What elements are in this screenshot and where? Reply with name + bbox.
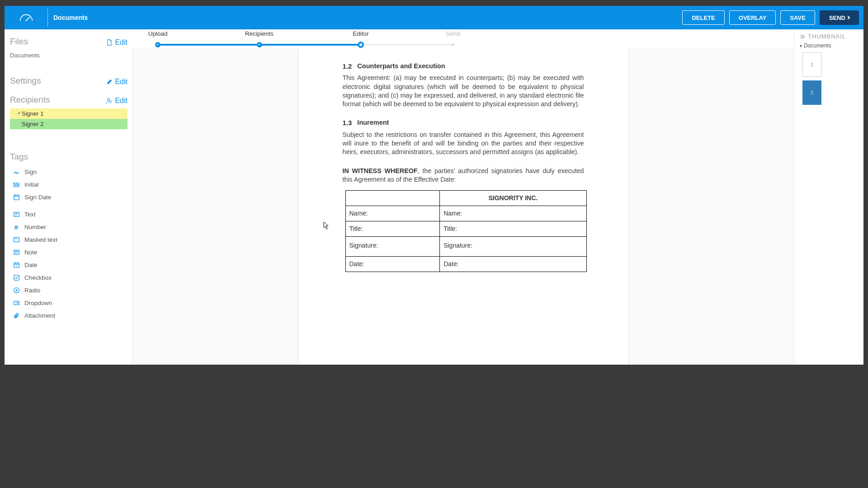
- header-bar: Documents DELETE OVERLAY SAVE SEND: [5, 6, 863, 29]
- tags-title: Tags: [10, 152, 28, 162]
- progress-dot: [257, 42, 262, 47]
- file-item[interactable]: Documents: [10, 50, 127, 67]
- progress-step-send[interactable]: Send: [446, 30, 460, 37]
- tag-note[interactable]: Note: [10, 246, 127, 258]
- main-split: Files Edit Documents Settings Edit: [5, 29, 863, 365]
- tag-dropdown[interactable]: Dropdown: [10, 296, 127, 309]
- progress-dot: [452, 43, 454, 46]
- dropdown-icon: [13, 299, 20, 306]
- double-chevron-icon: [800, 34, 805, 39]
- tag-label: Checkbox: [24, 274, 52, 281]
- check-icon: ✓: [17, 110, 21, 116]
- save-button[interactable]: SAVE: [780, 10, 815, 25]
- tag-attachment[interactable]: Attachment: [10, 309, 127, 322]
- clause-num: 1.2: [343, 62, 352, 71]
- progress-dot: [358, 42, 364, 48]
- clause-body: Subject to the restrictions on transfer …: [343, 131, 584, 157]
- tag-label: Radio: [24, 287, 40, 294]
- tag-label: Sign: [24, 169, 37, 175]
- clause-1-3: 1.3 Inurement Subject to the restriction…: [343, 118, 584, 156]
- settings-section: Settings Edit: [10, 76, 127, 86]
- tag-label: Attachment: [24, 312, 55, 319]
- tags-section: Tags SignSNInitialSign DateText#Number**…: [10, 152, 127, 322]
- svg-point-22: [15, 289, 17, 291]
- progress-bar: UploadRecipientsEditorSend: [132, 29, 794, 48]
- tag-number[interactable]: #Number: [10, 221, 127, 233]
- date-icon: 1: [13, 261, 20, 268]
- left-panel: Files Edit Documents Settings Edit: [5, 29, 132, 365]
- table-cell-date-left: Date:: [345, 256, 440, 272]
- table-cell-date-right: Date:: [440, 256, 586, 272]
- thumbnail-doc-label[interactable]: Documents: [800, 42, 858, 49]
- svg-text:**: **: [14, 238, 17, 241]
- radio-icon: [13, 286, 20, 294]
- clause-title: Counterparts and Execution: [357, 62, 445, 71]
- settings-edit-link[interactable]: Edit: [106, 78, 127, 86]
- recipient-signer-2[interactable]: Signer 2: [10, 119, 127, 129]
- file-icon: [106, 39, 113, 46]
- app-window: Documents DELETE OVERLAY SAVE SEND Files…: [5, 6, 863, 365]
- thumbnail-page-1[interactable]: 1: [802, 52, 821, 77]
- progress-dot: [155, 42, 160, 47]
- document-page: 1.2 Counterparts and Execution This Agre…: [298, 48, 628, 365]
- tags-list: SignSNInitialSign DateText#Number**Maske…: [10, 165, 127, 322]
- tag-signdate[interactable]: Sign Date: [10, 191, 127, 203]
- gauge-icon: [19, 13, 34, 22]
- number-icon: #: [13, 223, 20, 230]
- text-icon: [13, 211, 20, 218]
- document-canvas[interactable]: 1.2 Counterparts and Execution This Agre…: [132, 48, 794, 365]
- tag-label: Masked text: [24, 236, 57, 243]
- center-panel: UploadRecipientsEditorSend 1.2 Counterpa…: [132, 29, 794, 365]
- table-head-company: SIGNORITY INC.: [440, 191, 586, 206]
- sign-icon: [13, 168, 20, 175]
- clause-1-2: 1.2 Counterparts and Execution This Agre…: [343, 62, 584, 108]
- svg-line-0: [26, 17, 30, 20]
- tag-label: Sign Date: [24, 194, 51, 201]
- table-cell-name-left: Name:: [345, 206, 440, 221]
- svg-point-1: [25, 20, 27, 21]
- recipients-edit-link[interactable]: Edit: [106, 97, 127, 105]
- tag-text[interactable]: Text: [10, 208, 127, 221]
- tag-date[interactable]: 1Date: [10, 258, 127, 271]
- app-logo[interactable]: [5, 6, 47, 29]
- pencil-icon: [106, 79, 113, 85]
- person-icon: [106, 98, 113, 104]
- progress-step-upload[interactable]: Upload: [148, 30, 168, 37]
- signdate-icon: [13, 193, 20, 201]
- delete-button[interactable]: DELETE: [682, 10, 724, 25]
- svg-rect-7: [14, 212, 19, 216]
- tag-masked[interactable]: **Masked text: [10, 233, 127, 246]
- recipients-title: Recipients: [10, 95, 50, 105]
- table-cell-name-right: Name:: [440, 206, 586, 221]
- note-icon: [13, 249, 20, 256]
- table-cell-title-right: Title:: [440, 221, 586, 236]
- settings-title: Settings: [10, 76, 41, 86]
- thumbnail-page-2[interactable]: 2: [802, 80, 821, 105]
- tag-label: Number: [24, 224, 46, 230]
- header-buttons: DELETE OVERLAY SAVE SEND: [682, 10, 859, 25]
- signature-table: SIGNORITY INC. Name: Name: Title: Title:…: [345, 190, 587, 272]
- chevron-right-icon: [846, 16, 850, 19]
- tag-initial[interactable]: SNInitial: [10, 178, 127, 191]
- tag-label: Date: [24, 262, 38, 268]
- thumbnail-title[interactable]: THUMBNAIL: [800, 33, 858, 40]
- tag-sign[interactable]: Sign: [10, 165, 127, 178]
- recipient-signer-1[interactable]: ✓ Signer 1: [10, 108, 127, 119]
- tag-label: Text: [24, 211, 36, 218]
- files-edit-link[interactable]: Edit: [106, 38, 127, 47]
- progress-step-recipients[interactable]: Recipients: [245, 30, 274, 37]
- clause-num: 1.3: [343, 118, 352, 127]
- thumbnail-panel: THUMBNAIL Documents 12: [794, 29, 863, 365]
- masked-icon: **: [13, 236, 20, 243]
- initial-icon: SN: [13, 181, 20, 188]
- files-title: Files: [10, 37, 28, 47]
- overlay-button[interactable]: OVERLAY: [729, 10, 776, 25]
- svg-text:1: 1: [15, 264, 17, 267]
- send-button[interactable]: SEND: [820, 10, 859, 25]
- progress-step-editor[interactable]: Editor: [353, 30, 368, 37]
- clause-body: This Agreement: (a) may be executed in c…: [343, 74, 584, 108]
- svg-rect-23: [14, 301, 19, 305]
- tag-radio[interactable]: Radio: [10, 284, 127, 296]
- witness-paragraph: IN WITNESS WHEREOF, the parties' authori…: [343, 167, 584, 184]
- tag-checkbox[interactable]: Checkbox: [10, 271, 127, 284]
